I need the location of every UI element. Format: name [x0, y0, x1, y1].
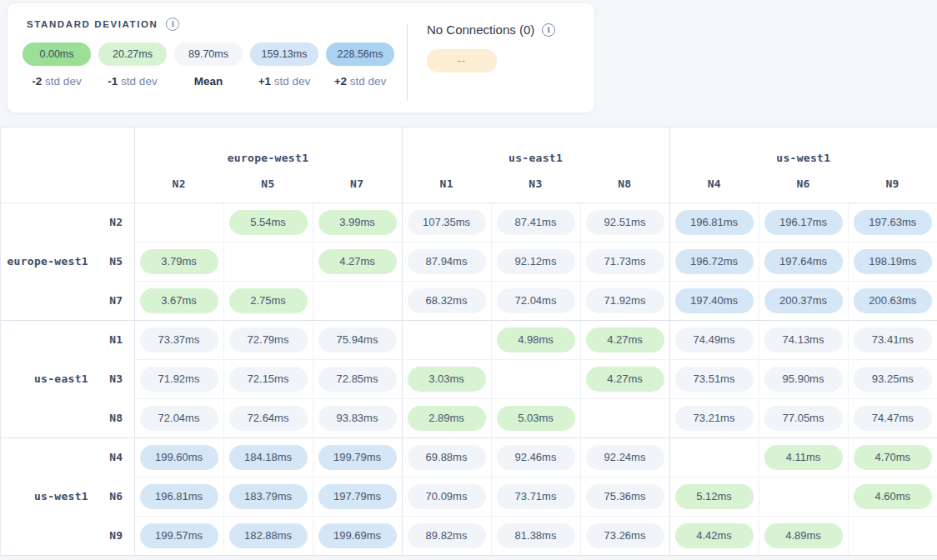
latency-pill[interactable]: 4.27ms [586, 328, 664, 352]
latency-pill[interactable]: 4.42ms [675, 523, 754, 548]
latency-pill[interactable]: 4.27ms [318, 249, 397, 274]
cell-N9-N3: 81.38ms [491, 516, 580, 555]
latency-pill[interactable]: 197.79ms [318, 484, 397, 509]
cell-N6-N1: 70.09ms [402, 477, 491, 516]
latency-pill[interactable]: 200.37ms [764, 288, 843, 313]
latency-pill[interactable]: 3.67ms [140, 288, 218, 313]
latency-pill[interactable]: 72.04ms [140, 406, 218, 431]
latency-pill[interactable]: 199.57ms [140, 523, 218, 548]
latency-pill[interactable]: 87.94ms [408, 249, 486, 274]
latency-pill[interactable]: 72.15ms [229, 367, 308, 392]
latency-pill[interactable]: 92.46ms [497, 445, 575, 470]
latency-pill[interactable]: 71.73ms [586, 249, 664, 274]
latency-pill[interactable]: 196.81ms [675, 210, 754, 235]
latency-pill[interactable]: 3.03ms [408, 367, 486, 392]
cell-N8-N4: 73.21ms [669, 398, 759, 438]
latency-matrix-table: europe-west1us-east1us-west1N2N5N7N1N3N8… [1, 128, 937, 556]
latency-pill[interactable]: 5.03ms [497, 406, 575, 431]
legend-item-0: 0.00ms-2 std dev [23, 42, 91, 88]
latency-pill[interactable]: 71.92ms [586, 288, 664, 313]
latency-pill[interactable]: 72.85ms [318, 367, 397, 392]
latency-pill[interactable]: 69.88ms [408, 445, 486, 470]
latency-pill[interactable]: 5.12ms [675, 484, 754, 509]
latency-pill[interactable]: 93.25ms [854, 367, 932, 392]
cell-N3-N9: 93.25ms [848, 359, 937, 398]
latency-pill[interactable]: 3.79ms [140, 249, 218, 274]
latency-pill[interactable]: 4.27ms [586, 367, 664, 392]
latency-pill[interactable]: 2.89ms [408, 406, 486, 431]
latency-pill[interactable]: 4.70ms [854, 445, 932, 470]
latency-pill[interactable]: 72.64ms [229, 406, 308, 431]
latency-pill[interactable]: 2.75ms [229, 288, 308, 313]
latency-pill[interactable]: 196.17ms [764, 210, 843, 235]
std-dev-scale: 0.00ms-2 std dev20.27ms-1 std dev89.70ms… [23, 42, 394, 88]
latency-pill[interactable]: 73.37ms [140, 328, 218, 352]
legend-label: Mean [194, 75, 223, 88]
cell-N8-N5: 72.64ms [223, 398, 313, 438]
latency-pill[interactable]: 197.40ms [675, 288, 754, 313]
latency-pill[interactable]: 107.35ms [408, 210, 486, 235]
latency-pill[interactable]: 93.83ms [318, 406, 397, 431]
latency-pill[interactable]: 92.24ms [586, 445, 664, 470]
latency-pill[interactable]: 182.88ms [229, 523, 308, 548]
latency-pill[interactable]: 196.72ms [675, 249, 754, 274]
latency-pill[interactable]: 183.79ms [229, 484, 308, 509]
latency-pill[interactable]: 199.60ms [140, 445, 218, 470]
latency-pill[interactable]: 199.69ms [318, 523, 397, 548]
latency-pill[interactable]: 200.63ms [854, 288, 932, 313]
col-node-N4: N4 [669, 171, 759, 202]
latency-pill[interactable]: 199.79ms [318, 445, 397, 470]
latency-pill[interactable]: 197.63ms [854, 210, 932, 235]
latency-pill[interactable]: 92.12ms [497, 249, 575, 274]
cell-N6-N2: 196.81ms [134, 477, 223, 516]
cell-N3-N7: 72.85ms [313, 359, 402, 398]
latency-pill[interactable]: 196.81ms [140, 484, 218, 509]
info-icon[interactable]: i [542, 23, 555, 37]
latency-pill[interactable]: 70.09ms [408, 484, 486, 509]
latency-pill[interactable]: 4.60ms [854, 484, 932, 509]
latency-pill[interactable]: 4.89ms [764, 523, 843, 548]
latency-pill[interactable]: 4.11ms [764, 445, 843, 470]
latency-pill[interactable]: 73.21ms [675, 406, 754, 431]
latency-pill[interactable]: 75.36ms [586, 484, 664, 509]
latency-matrix: europe-west1us-east1us-west1N2N5N7N1N3N8… [0, 127, 937, 556]
latency-pill[interactable]: 87.41ms [497, 210, 575, 235]
latency-pill[interactable]: 95.90ms [764, 367, 843, 392]
latency-pill[interactable]: 75.94ms [318, 328, 397, 352]
latency-pill[interactable]: 92.51ms [586, 210, 664, 235]
cell-N7-N4: 197.40ms [669, 281, 759, 320]
col-node-N1: N1 [402, 171, 491, 202]
cell-N4-N1: 69.88ms [402, 438, 491, 477]
matrix-row-N6: N6196.81ms183.79ms197.79ms70.09ms73.71ms… [1, 477, 937, 516]
latency-pill[interactable]: 73.41ms [854, 328, 932, 352]
legend-pill: 0.00ms [23, 42, 91, 66]
latency-pill[interactable]: 184.18ms [229, 445, 308, 470]
latency-pill[interactable]: 5.54ms [229, 210, 308, 235]
latency-pill[interactable]: 197.64ms [764, 249, 843, 274]
latency-pill[interactable]: 73.26ms [586, 523, 664, 548]
latency-pill[interactable]: 73.51ms [675, 367, 754, 392]
latency-pill[interactable]: 198.19ms [854, 249, 932, 274]
cell-N6-N9: 4.60ms [848, 477, 937, 516]
latency-pill[interactable]: 77.05ms [764, 406, 843, 431]
latency-pill[interactable]: 89.82ms [408, 523, 486, 548]
latency-pill[interactable]: 74.49ms [675, 328, 754, 352]
cell-N9-N5: 182.88ms [223, 516, 313, 555]
latency-pill[interactable]: 74.13ms [764, 328, 843, 352]
latency-pill[interactable]: 4.98ms [497, 328, 575, 352]
legend-pill: 89.70ms [174, 42, 243, 66]
cell-N6-N4: 5.12ms [669, 477, 759, 516]
info-icon[interactable]: i [166, 18, 179, 31]
cell-N6-N5: 183.79ms [223, 477, 313, 516]
cell-N5-N8: 71.73ms [580, 242, 669, 281]
latency-pill[interactable]: 81.38ms [497, 523, 575, 548]
row-node-N9: N9 [88, 516, 134, 555]
latency-pill[interactable]: 72.04ms [497, 288, 575, 313]
latency-pill[interactable]: 3.99ms [318, 210, 397, 235]
latency-pill[interactable]: 73.71ms [497, 484, 575, 509]
latency-pill[interactable]: 68.32ms [408, 288, 486, 313]
cell-N8-N8 [580, 398, 669, 438]
latency-pill[interactable]: 72.79ms [229, 328, 308, 352]
latency-pill[interactable]: 74.47ms [854, 406, 932, 431]
latency-pill[interactable]: 71.92ms [140, 367, 218, 392]
